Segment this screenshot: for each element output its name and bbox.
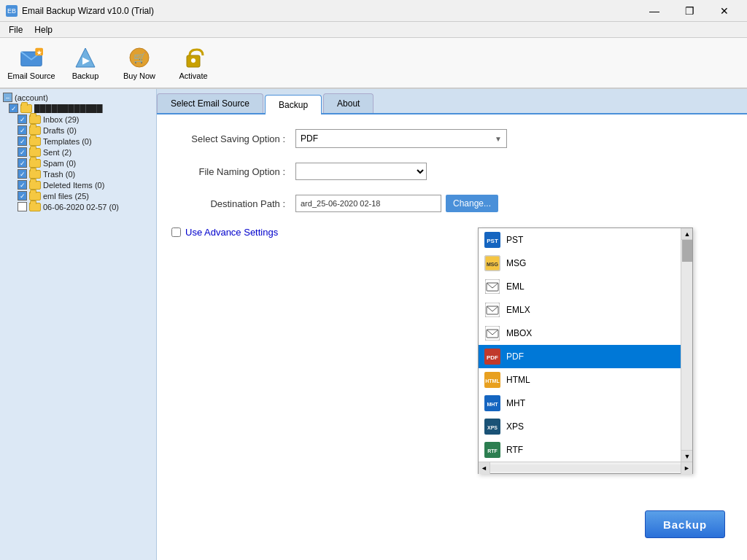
- destination-control: ard_25-06-2020 02-18 Change...: [295, 195, 660, 212]
- svg-text:RTF: RTF: [487, 448, 498, 454]
- toolbar-backup[interactable]: ▶ Backup: [60, 41, 111, 85]
- toolbar-buy-now-label: Buy Now: [123, 71, 155, 80]
- dated-folder-icon: [29, 203, 41, 211]
- mbox-label: MBOX: [506, 328, 532, 338]
- file-naming-control: [295, 163, 660, 180]
- scroll-down-btn[interactable]: ▼: [681, 450, 692, 462]
- tab-select-email-source[interactable]: Select Email Source: [157, 93, 263, 113]
- format-rtf[interactable]: RTF RTF: [479, 438, 692, 462]
- format-dropdown: PST PST MSG MSG: [478, 228, 693, 474]
- tab-about[interactable]: About: [323, 93, 374, 113]
- format-mbox[interactable]: MBOX: [479, 322, 692, 345]
- format-eml[interactable]: EML: [479, 275, 692, 298]
- maximize-button[interactable]: ❐: [673, 0, 706, 22]
- tree-root[interactable]: – (account): [3, 92, 153, 103]
- right-panel: Select Email Source Backup About Select …: [157, 89, 747, 560]
- spam-folder-icon: [29, 159, 41, 168]
- minimize-button[interactable]: —: [638, 0, 671, 22]
- svg-text:PDF: PDF: [487, 354, 498, 361]
- svg-text:XPS: XPS: [487, 425, 498, 430]
- sent-checkbox[interactable]: ✓: [18, 147, 27, 157]
- xps-label: XPS: [506, 421, 524, 432]
- file-naming-select[interactable]: [295, 163, 427, 180]
- backup-button[interactable]: Backup: [645, 510, 725, 538]
- eml-checkbox[interactable]: ✓: [18, 191, 27, 201]
- tree-spam[interactable]: ✓ Spam (0): [3, 158, 153, 168]
- tab-bar: Select Email Source Backup About: [157, 89, 747, 114]
- trash-checkbox[interactable]: ✓: [18, 169, 27, 179]
- format-msg[interactable]: MSG MSG: [479, 252, 692, 275]
- svg-text:MSG: MSG: [487, 262, 499, 267]
- svg-point-8: [191, 58, 196, 63]
- advance-settings-label[interactable]: Use Advance Settings: [185, 227, 278, 238]
- scroll-right-btn[interactable]: ►: [681, 462, 692, 474]
- format-emlx[interactable]: EMLX: [479, 298, 692, 322]
- tree-account[interactable]: ✓ ████████████: [3, 103, 153, 114]
- toolbar-activate[interactable]: Activate: [168, 41, 219, 85]
- toolbar-buy-now[interactable]: 🛒 Buy Now: [114, 41, 165, 85]
- menu-file[interactable]: File: [3, 23, 28, 36]
- change-button[interactable]: Change...: [446, 195, 498, 212]
- dated-checkbox[interactable]: [18, 202, 27, 211]
- format-mht[interactable]: MHT MHT: [479, 392, 692, 415]
- file-naming-row: File Naming Option :: [171, 163, 732, 180]
- scroll-up-btn[interactable]: ▲: [681, 228, 692, 240]
- eml-label: eml files (25): [43, 192, 89, 201]
- drafts-checkbox[interactable]: ✓: [18, 125, 27, 135]
- menu-bar: File Help: [0, 22, 747, 38]
- mbox-icon: [484, 325, 500, 341]
- advance-settings-checkbox[interactable]: [171, 228, 181, 237]
- format-html[interactable]: HTML HTML: [479, 368, 692, 392]
- scroll-thumb[interactable]: [682, 240, 692, 262]
- pst-icon: PST: [484, 232, 500, 248]
- app-icon: EB: [6, 5, 18, 17]
- format-xps[interactable]: XPS XPS: [479, 415, 692, 438]
- tree-deleted[interactable]: ✓ Deleted Items (0): [3, 179, 153, 190]
- tree-drafts[interactable]: ✓ Drafts (0): [3, 125, 153, 136]
- deleted-checkbox[interactable]: ✓: [18, 180, 27, 190]
- inbox-folder-icon: [29, 115, 41, 124]
- root-checkbox[interactable]: –: [3, 93, 12, 102]
- eml-label: EML: [506, 281, 525, 292]
- folder-tree: – (account) ✓ ████████████ ✓ Inbox (29) …: [0, 89, 157, 560]
- drafts-folder-icon: [29, 126, 41, 135]
- main-content: – (account) ✓ ████████████ ✓ Inbox (29) …: [0, 89, 747, 560]
- menu-help[interactable]: Help: [28, 23, 58, 36]
- format-pst[interactable]: PST PST: [479, 228, 692, 252]
- mht-label: MHT: [506, 398, 525, 408]
- hscroll-track: [490, 464, 681, 472]
- toolbar-backup-label: Backup: [72, 71, 99, 80]
- tree-sent[interactable]: ✓ Sent (2): [3, 147, 153, 158]
- tree-eml[interactable]: ✓ eml files (25): [3, 190, 153, 201]
- toolbar-email-source-label: Email Source: [7, 71, 55, 80]
- scroll-track: [681, 240, 692, 450]
- msg-label: MSG: [506, 258, 526, 268]
- emlx-icon: [484, 302, 500, 318]
- tree-trash[interactable]: ✓ Trash (0): [3, 168, 153, 179]
- templates-checkbox[interactable]: ✓: [18, 136, 27, 146]
- svg-text:HTML: HTML: [485, 378, 500, 384]
- sent-label: Sent (2): [43, 148, 71, 157]
- tab-backup[interactable]: Backup: [265, 95, 322, 114]
- tree-templates[interactable]: ✓ Templates (0): [3, 136, 153, 147]
- dropdown-scrollbar: ▲ ▼: [681, 228, 692, 462]
- saving-option-label: Select Saving Option :: [171, 133, 295, 144]
- msg-icon: MSG: [484, 255, 500, 271]
- selected-format-text: PDF: [301, 133, 318, 144]
- scroll-left-btn[interactable]: ◄: [479, 462, 490, 474]
- saving-option-select[interactable]: PDF ▼: [295, 129, 507, 148]
- spam-checkbox[interactable]: ✓: [18, 158, 27, 168]
- svg-text:▶: ▶: [82, 55, 90, 66]
- tree-dated[interactable]: 06-06-2020 02-57 (0): [3, 201, 153, 212]
- toolbar-email-source[interactable]: ★ Email Source: [6, 41, 57, 85]
- tree-inbox[interactable]: ✓ Inbox (29): [3, 114, 153, 125]
- account-checkbox[interactable]: ✓: [9, 104, 18, 113]
- deleted-label: Deleted Items (0): [43, 181, 104, 190]
- file-naming-label: File Naming Option :: [171, 166, 295, 177]
- sent-folder-icon: [29, 148, 41, 157]
- title-bar: EB Email Backup Wizard v10.0 (Trial) — ❐…: [0, 0, 747, 22]
- toolbar-activate-label: Activate: [179, 71, 207, 80]
- close-button[interactable]: ✕: [708, 0, 741, 22]
- format-pdf[interactable]: PDF PDF: [479, 345, 692, 368]
- inbox-checkbox[interactable]: ✓: [18, 114, 27, 124]
